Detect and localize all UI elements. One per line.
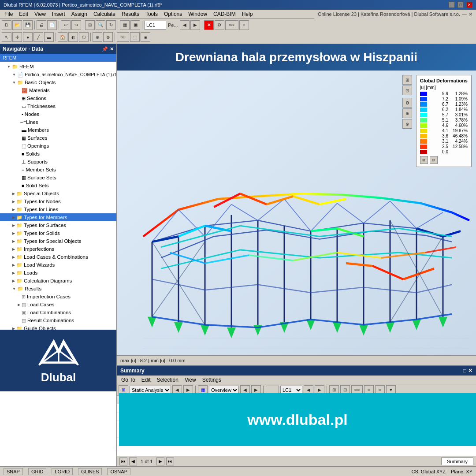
status-snap[interactable]: SNAP xyxy=(4,468,23,475)
tb-x-btn[interactable]: ✕ xyxy=(204,20,214,30)
summary-tab[interactable]: Summary xyxy=(441,457,473,465)
summary-menu-view[interactable]: View xyxy=(182,376,199,383)
tb-display2[interactable]: ◐ xyxy=(68,32,78,42)
nav-types-lines[interactable]: ▶ 📁 Types for Lines xyxy=(0,205,116,213)
menu-cadbim[interactable]: CAD-BIM xyxy=(211,11,238,18)
tb-3d[interactable]: 3D xyxy=(117,32,129,42)
tb-new[interactable]: 🗋 xyxy=(2,20,11,30)
nav-load-combinations[interactable]: ▶ ▣ Load Combinations xyxy=(0,309,116,316)
tb-node[interactable]: ● xyxy=(23,32,33,42)
nav-loads[interactable]: ▶ 📁 Loads xyxy=(0,269,116,277)
vp-tb-btn2[interactable]: ⊡ xyxy=(402,86,412,95)
nav-results[interactable]: ▼ 📁 Results xyxy=(0,285,116,293)
summary-menu-selection[interactable]: Selection xyxy=(154,376,181,383)
menu-insert[interactable]: Insert xyxy=(49,11,68,18)
page-first-btn[interactable]: ⏮ xyxy=(119,457,127,465)
nav-solids[interactable]: ▶ ■ Solids xyxy=(0,150,116,158)
tb-lc-next[interactable]: ▶ xyxy=(190,20,200,30)
tb-frame[interactable]: ⬚ xyxy=(130,32,140,42)
tb-print[interactable]: 🖨 xyxy=(37,20,46,30)
tb-line[interactable]: ╱ xyxy=(33,32,43,42)
tb-display1[interactable]: 🏠 xyxy=(58,32,67,42)
structure-3d[interactable]: Global Deformations |u| [mm] 9.9 1.28% 7… xyxy=(117,71,476,365)
summary-maximize-btn[interactable]: □ xyxy=(463,368,466,374)
vp-tb-btn5[interactable]: ⊗ xyxy=(402,119,412,129)
nav-rfem[interactable]: ▼ 📁 RFEM xyxy=(0,63,116,71)
legend-btn-2[interactable]: ⊟ xyxy=(430,156,438,164)
nav-file[interactable]: ▼ 📄 Portico_asimetrico_NAVE_COMPLETA (1)… xyxy=(0,71,116,78)
menu-edit[interactable]: Edit xyxy=(16,11,31,18)
tb-xxx[interactable]: xxx xyxy=(225,20,238,30)
nav-supports[interactable]: ▶ ⊥ Supports xyxy=(0,158,116,166)
tb-view2[interactable]: ▣ xyxy=(130,20,140,30)
summary-menu-edit[interactable]: Edit xyxy=(139,376,153,383)
close-button[interactable]: ✕ xyxy=(466,2,472,8)
status-lgrid[interactable]: LGRID xyxy=(52,468,73,475)
tb-snap2[interactable]: ⊗ xyxy=(103,32,113,42)
nav-load-wizards[interactable]: ▶ 📁 Load Wizards xyxy=(0,261,116,269)
summary-close-btn[interactable]: ✕ xyxy=(468,368,472,374)
nav-lines[interactable]: ▶ ╱ Lines xyxy=(0,118,116,126)
nav-calc-diagrams[interactable]: ▶ 📁 Calculation Diagrams xyxy=(0,277,116,285)
tb-open[interactable]: 📂 xyxy=(12,20,22,30)
nav-result-combinations[interactable]: ▶ ▧ Result Combinations xyxy=(0,316,116,324)
nav-types-surfaces[interactable]: ▶ 📁 Types for Surfaces xyxy=(0,221,116,229)
nav-types-members[interactable]: ▶ 📁 Types for Members xyxy=(0,213,116,221)
nav-nodes[interactable]: ▶ • Nodes xyxy=(0,110,116,118)
tb-display3[interactable]: ⬡ xyxy=(79,32,89,42)
menu-results[interactable]: Results xyxy=(119,11,142,18)
nav-surfaces[interactable]: ▶ ▦ Surfaces xyxy=(0,134,116,142)
nav-types-nodes[interactable]: ▶ 📁 Types for Nodes xyxy=(0,197,116,205)
tb-save[interactable]: 💾 xyxy=(23,20,33,30)
tb-rotate[interactable]: ↻ xyxy=(106,20,116,30)
page-last-btn[interactable]: ⏭ xyxy=(166,457,174,465)
nav-thicknesses[interactable]: ▶ ▭ Thicknesses xyxy=(0,102,116,110)
nav-member-sets[interactable]: ▶ ≡ Member Sets xyxy=(0,166,116,174)
nav-imperfections[interactable]: ▶ 📁 Imperfections xyxy=(0,245,116,253)
nav-types-special[interactable]: ▶ 📁 Types for Special Objects xyxy=(0,237,116,245)
tb-move[interactable]: ✛ xyxy=(12,32,22,42)
tb-member[interactable]: ▬ xyxy=(44,32,54,42)
menu-assign[interactable]: Assign xyxy=(69,11,90,18)
nav-imperfection-cases[interactable]: ▶ ⊞ Imperfection Cases xyxy=(0,293,116,301)
menu-file[interactable]: File xyxy=(2,11,15,18)
nav-members[interactable]: ▶ ▬ Members xyxy=(0,126,116,134)
tb-extra1[interactable]: ≡ xyxy=(239,20,249,30)
nav-basic-objects[interactable]: ▼ 📁 Basic Objects xyxy=(0,78,116,86)
nav-pin-btn[interactable]: 📌 xyxy=(102,46,108,52)
tb-select[interactable]: ↖ xyxy=(2,32,11,42)
tb-zoom-in[interactable]: 🔍 xyxy=(96,20,105,30)
nav-types-solids[interactable]: ▶ 📁 Types for Solids xyxy=(0,229,116,237)
menu-view[interactable]: View xyxy=(32,11,48,18)
vp-tb-btn3[interactable]: ⚙ xyxy=(402,98,412,108)
maximize-button[interactable]: □ xyxy=(457,2,464,8)
vp-tb-btn4[interactable]: ⊕ xyxy=(402,108,412,118)
nav-special-objects[interactable]: ▶ 📁 Special Objects xyxy=(0,190,116,197)
nav-openings[interactable]: ▶ ⬚ Openings xyxy=(0,142,116,150)
lc-input[interactable] xyxy=(144,21,166,30)
menu-tools[interactable]: Tools xyxy=(143,11,160,18)
status-osnap[interactable]: OSNAP xyxy=(107,468,130,475)
tb-lc-prev[interactable]: ◀ xyxy=(180,20,190,30)
nav-load-cases[interactable]: ▶ ▤ Load Cases xyxy=(0,301,116,309)
menu-help[interactable]: Help xyxy=(239,11,256,18)
license-minimize[interactable]: — xyxy=(462,11,467,17)
tb-snap1[interactable]: ⊕ xyxy=(93,32,102,42)
summary-menu-goto[interactable]: Go To xyxy=(119,376,138,383)
vp-tb-btn1[interactable]: ⊞ xyxy=(402,75,412,85)
page-prev-btn[interactable]: ◀ xyxy=(129,457,137,465)
legend-btn-1[interactable]: ⊞ xyxy=(420,156,428,164)
nav-load-cases-comb[interactable]: ▶ 📁 Load Cases & Combinations xyxy=(0,253,116,261)
tb-print2[interactable]: 📄 xyxy=(47,20,57,30)
viewport-wrapper[interactable]: Drewniana hala przemysłowa w Hiszpanii xyxy=(117,44,476,365)
tb-solid[interactable]: ■ xyxy=(141,32,150,42)
minimize-button[interactable]: — xyxy=(449,2,455,8)
status-glines[interactable]: GLINES xyxy=(78,468,102,475)
summary-menu-settings[interactable]: Settings xyxy=(200,376,224,383)
tb-view1[interactable]: ▦ xyxy=(120,20,130,30)
tb-undo[interactable]: ↩ xyxy=(61,20,71,30)
tb-settings1[interactable]: ⚙ xyxy=(215,20,224,30)
menu-window[interactable]: Window xyxy=(186,11,210,18)
page-next-btn[interactable]: ▶ xyxy=(156,457,164,465)
menu-calculate[interactable]: Calculate xyxy=(91,11,118,18)
